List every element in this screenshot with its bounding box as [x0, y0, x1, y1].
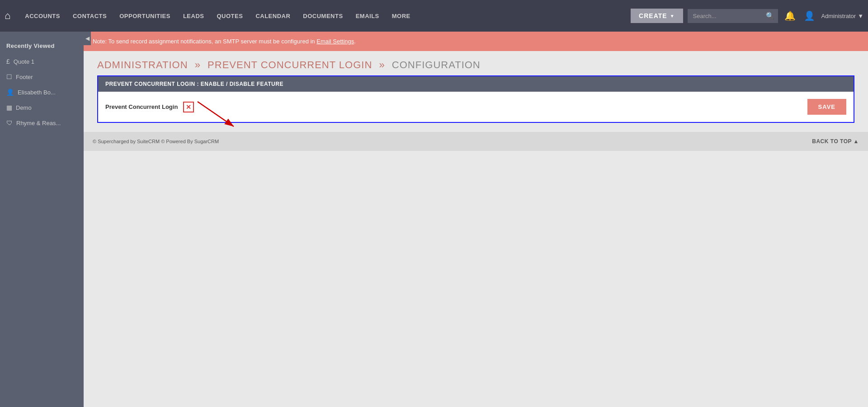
- person-icon: 👤: [6, 89, 14, 96]
- footer-icon: ☐: [6, 73, 12, 80]
- user-avatar-icon[interactable]: 👤: [802, 9, 817, 23]
- footer-left: © Supercharged by SuiteCRM © Powered By …: [93, 139, 219, 144]
- layout: ◀ Recently Viewed £ Quote 1 ☐ Footer 👤 E…: [0, 32, 868, 407]
- breadcrumb-part-3: CONFIGURATION: [392, 59, 481, 70]
- sidebar-item-elisabeth[interactable]: 👤 Elisabeth Bo...: [0, 84, 84, 100]
- sidebar: ◀ Recently Viewed £ Quote 1 ☐ Footer 👤 E…: [0, 32, 84, 407]
- form-card-body: Prevent Concurrent Login ✕: [98, 92, 854, 122]
- sidebar-collapse-button[interactable]: ◀: [84, 32, 91, 45]
- sidebar-item-quote1[interactable]: £ Quote 1: [0, 54, 84, 69]
- sidebar-label-quote1: Quote 1: [14, 58, 34, 65]
- nav-quotes[interactable]: QUOTES: [210, 0, 249, 32]
- navbar: ⌂ ACCOUNTS CONTACTS OPPORTUNITIES LEADS …: [0, 0, 868, 32]
- alert-text: Note: To send record assignment notifica…: [93, 38, 316, 45]
- breadcrumb-part-2[interactable]: PREVENT CONCURRENT LOGIN: [208, 59, 372, 70]
- create-dropdown-arrow: ▼: [670, 14, 675, 19]
- svg-line-1: [198, 102, 234, 126]
- nav-calendar[interactable]: CALENDAR: [249, 0, 297, 32]
- breadcrumb-part-1[interactable]: ADMINISTRATION: [97, 59, 188, 70]
- alert-banner: Note: To send record assignment notifica…: [84, 32, 868, 51]
- search-input[interactable]: [688, 9, 778, 23]
- sidebar-item-footer[interactable]: ☐ Footer: [0, 69, 84, 84]
- search-wrapper: 🔍: [688, 9, 778, 23]
- breadcrumb: ADMINISTRATION » PREVENT CONCURRENT LOGI…: [97, 59, 854, 71]
- nav-emails[interactable]: EMAILS: [349, 0, 386, 32]
- nav-more[interactable]: MORE: [386, 0, 417, 32]
- sidebar-title: Recently Viewed: [0, 36, 84, 54]
- search-icon[interactable]: 🔍: [766, 12, 774, 20]
- nav-links: ACCOUNTS CONTACTS OPPORTUNITIES LEADS QU…: [19, 0, 416, 32]
- demo-icon: ▦: [6, 104, 12, 111]
- navbar-right: CREATE ▼ 🔍 🔔 👤 Administrator ▼: [631, 9, 863, 23]
- admin-dropdown-arrow: ▼: [858, 13, 863, 19]
- shield-icon: 🛡: [6, 119, 13, 126]
- prevent-login-checkbox[interactable]: ✕: [183, 102, 194, 112]
- nav-leads[interactable]: LEADS: [177, 0, 211, 32]
- form-card-header: PREVENT CONCURRENT LOGIN : ENABLE / DISA…: [98, 76, 854, 92]
- save-button[interactable]: SAVE: [807, 99, 846, 115]
- sidebar-item-demo[interactable]: ▦ Demo: [0, 100, 84, 115]
- checkbox-x-icon: ✕: [186, 104, 191, 110]
- quote-icon: £: [6, 58, 10, 65]
- back-to-top-button[interactable]: BACK TO TOP ▲: [812, 138, 859, 145]
- page-footer: © Supercharged by SuiteCRM © Powered By …: [84, 132, 868, 151]
- annotation-arrow-svg: [193, 97, 247, 133]
- form-field-label: Prevent Concurrent Login: [105, 103, 178, 110]
- breadcrumb-section: ADMINISTRATION » PREVENT CONCURRENT LOGI…: [84, 51, 868, 75]
- admin-menu-button[interactable]: Administrator ▼: [821, 13, 863, 19]
- main-content: Note: To send record assignment notifica…: [84, 32, 868, 407]
- alert-suffix: .: [354, 38, 356, 45]
- home-icon[interactable]: ⌂: [5, 10, 10, 22]
- email-settings-link[interactable]: Email Settings: [316, 38, 354, 45]
- sidebar-label-elisabeth: Elisabeth Bo...: [18, 89, 56, 96]
- nav-opportunities[interactable]: OPPORTUNITIES: [113, 0, 177, 32]
- create-button[interactable]: CREATE ▼: [631, 9, 683, 23]
- nav-accounts[interactable]: ACCOUNTS: [19, 0, 66, 32]
- sidebar-label-rhyme: Rhyme & Reas...: [16, 120, 61, 126]
- nav-documents[interactable]: DOCUMENTS: [297, 0, 349, 32]
- sidebar-item-rhyme[interactable]: 🛡 Rhyme & Reas...: [0, 115, 84, 131]
- sidebar-label-footer: Footer: [16, 74, 33, 80]
- form-card: PREVENT CONCURRENT LOGIN : ENABLE / DISA…: [97, 75, 854, 123]
- nav-contacts[interactable]: CONTACTS: [66, 0, 113, 32]
- sidebar-label-demo: Demo: [16, 104, 32, 111]
- notifications-icon[interactable]: 🔔: [783, 9, 797, 23]
